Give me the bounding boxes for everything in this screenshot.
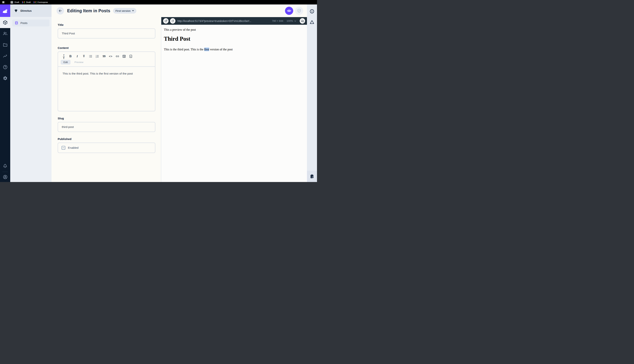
published-toggle-box: Enabled <box>58 142 155 153</box>
clipboard-clock-icon <box>310 174 314 179</box>
zoom-dropdown[interactable]: 100% <box>287 20 296 22</box>
bold-icon[interactable]: B <box>68 54 73 58</box>
external-link-icon <box>165 20 167 22</box>
image-icon[interactable] <box>128 54 133 58</box>
content-textarea[interactable]: This is the third post. This is the firs… <box>58 67 155 111</box>
browser-tab-draft-gmail[interactable]: Draft <box>22 1 31 3</box>
arrow-left-icon <box>59 9 62 13</box>
warning-triangle-icon <box>310 20 314 24</box>
markdown-editor: TT B I T 123 99 <box>58 52 155 111</box>
preview-url[interactable]: http://localhost:5173/4?preview=true&tok… <box>178 20 269 22</box>
sidebar-item-posts[interactable]: Posts <box>12 20 50 26</box>
slug-input[interactable] <box>58 122 155 132</box>
user-menu-button[interactable] <box>0 173 10 182</box>
insights-icon <box>3 54 8 58</box>
preview-body-text: This is the third post. This is the firs… <box>164 48 304 51</box>
device-size-button[interactable] <box>300 18 305 24</box>
warning-sidebar-button[interactable] <box>310 20 314 24</box>
table-icon[interactable] <box>122 54 127 58</box>
preview-iframe[interactable]: This a preview of the post Third Post Th… <box>161 25 307 182</box>
tab-label: Draft <box>15 1 19 3</box>
shield-check-icon <box>297 8 301 13</box>
link-icon[interactable] <box>115 54 120 58</box>
preview-intro-text: This a preview of the post <box>164 28 304 32</box>
tab-label: Formspree <box>38 1 48 3</box>
help-icon <box>3 65 8 70</box>
field-label: Slug <box>58 117 155 120</box>
info-sidebar-button[interactable] <box>310 9 314 14</box>
user-circle-icon <box>3 174 8 180</box>
sidebar-item-label: Posts <box>21 22 28 24</box>
preview-heading: Third Post <box>164 36 304 42</box>
module-bar-divider <box>3 172 8 172</box>
info-icon <box>310 9 314 14</box>
directus-logo-button[interactable] <box>0 4 10 17</box>
project-header[interactable]: Directus <box>10 4 52 17</box>
revisions-sidebar-button[interactable] <box>307 171 317 182</box>
refresh-button[interactable] <box>170 18 175 24</box>
live-preview-pane: http://localhost:5173/4?preview=true&tok… <box>161 17 307 182</box>
blockquote-icon[interactable]: 99 <box>102 54 106 58</box>
field-published: Published Enabled <box>58 138 155 153</box>
module-users[interactable] <box>0 28 10 39</box>
chevron-down-icon <box>294 20 296 22</box>
preview-url-bar: http://localhost:5173/4?preview=true&tok… <box>161 17 307 25</box>
bell-icon <box>3 164 8 168</box>
module-settings[interactable] <box>0 73 10 84</box>
live-preview-button[interactable] <box>285 7 293 15</box>
directus-rabbit-logo <box>2 8 8 14</box>
svg-text:3: 3 <box>96 57 97 58</box>
chevron-down-icon <box>132 10 134 11</box>
gmail-icon <box>34 1 36 3</box>
devices-icon <box>301 19 304 22</box>
module-insights[interactable] <box>0 50 10 62</box>
open-external-button[interactable] <box>163 18 169 24</box>
numbered-list-icon[interactable]: 123 <box>95 54 100 58</box>
settings-icon <box>3 76 8 81</box>
module-bar <box>0 4 10 182</box>
bulleted-list-icon[interactable] <box>88 54 93 58</box>
preview-dimensions: 780 × 844 <box>272 20 283 22</box>
page-title: Editing Item in Posts <box>67 8 110 14</box>
editor-tabs: Edit Preview <box>58 59 155 67</box>
field-title: Title <box>58 23 155 38</box>
highlighted-text: first <box>204 48 209 51</box>
notifications-button[interactable] <box>0 161 10 171</box>
checkbox-label: Enabled <box>68 146 79 150</box>
field-label: Title <box>58 23 155 26</box>
field-content: Content TT B I T 123 <box>58 46 155 111</box>
module-files[interactable] <box>0 39 10 50</box>
gmail-icon <box>22 1 25 3</box>
item-edit-form: Title Content TT B I T <box>52 17 161 182</box>
version-label: First version <box>116 10 131 12</box>
browser-top-bar: Draft Draft Formspree <box>0 0 317 4</box>
tab-edit[interactable]: Edit <box>61 60 71 64</box>
browser-tab-formspree[interactable]: Formspree <box>34 1 48 3</box>
module-help[interactable] <box>0 62 10 73</box>
strikethrough-icon[interactable]: T <box>82 54 86 58</box>
browser-tab-draft-calendar[interactable]: Draft <box>11 1 19 4</box>
title-input[interactable] <box>58 28 155 38</box>
code-icon[interactable]: <> <box>108 54 113 58</box>
zoom-value: 100% <box>287 20 293 22</box>
back-button[interactable] <box>57 7 64 14</box>
field-label: Published <box>58 138 155 141</box>
save-button[interactable] <box>295 7 303 15</box>
box-icon <box>3 20 8 25</box>
module-content[interactable] <box>0 17 10 28</box>
project-name: Directus <box>21 9 32 12</box>
checkbox-indeterminate-icon[interactable] <box>62 146 65 150</box>
database-icon <box>15 21 18 25</box>
field-slug: Slug <box>58 117 155 132</box>
tab-preview[interactable]: Preview <box>72 60 86 64</box>
italic-icon[interactable]: I <box>75 54 80 58</box>
right-sidebar <box>307 4 317 182</box>
calendar-icon <box>11 1 13 4</box>
grid-icon[interactable] <box>2 1 5 3</box>
field-label: Content <box>58 46 155 50</box>
format-size-icon[interactable]: TT <box>61 54 66 58</box>
refresh-icon <box>171 20 174 22</box>
users-icon <box>3 31 8 36</box>
version-dropdown[interactable]: First version <box>113 8 136 14</box>
directus-app-window: Draft Draft Formspree <box>0 0 317 182</box>
